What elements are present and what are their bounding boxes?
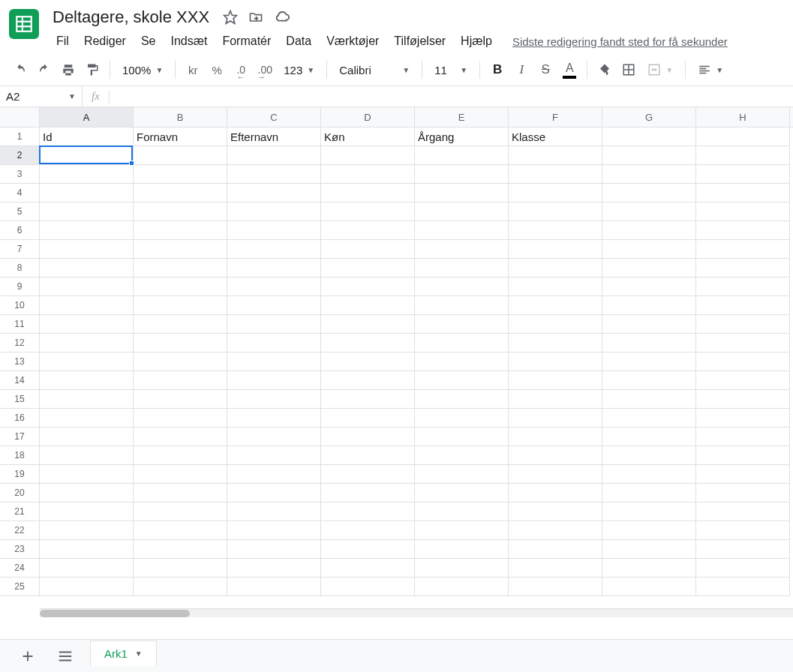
row-header[interactable]: 7 [0, 240, 40, 259]
cell[interactable] [602, 484, 696, 502]
cell[interactable] [509, 484, 602, 502]
cell[interactable] [134, 259, 227, 278]
cell[interactable] [227, 202, 321, 221]
all-sheets-button[interactable] [53, 644, 78, 669]
cell[interactable] [40, 465, 134, 484]
select-all-corner[interactable] [0, 107, 40, 128]
cell[interactable] [602, 296, 696, 315]
cell[interactable] [509, 409, 602, 428]
cell[interactable] [40, 184, 134, 202]
cell[interactable] [415, 296, 509, 315]
cell[interactable] [134, 502, 227, 521]
menu-addons[interactable]: Tilføjelser [387, 32, 452, 51]
cell[interactable] [134, 559, 227, 578]
cell[interactable] [321, 240, 415, 259]
row-header[interactable]: 22 [0, 521, 40, 540]
menu-data[interactable]: Data [279, 32, 318, 51]
cell[interactable] [696, 465, 790, 484]
cell[interactable] [509, 578, 602, 596]
cell[interactable] [602, 559, 696, 578]
cell[interactable] [40, 502, 134, 521]
cell[interactable] [509, 278, 602, 296]
cell[interactable] [227, 409, 321, 428]
menu-view[interactable]: Se [134, 32, 163, 51]
paint-format-button[interactable] [81, 58, 104, 81]
fill-color-button[interactable] [593, 58, 616, 81]
cell[interactable] [321, 371, 415, 390]
cell[interactable] [696, 446, 790, 465]
row-header[interactable]: 10 [0, 296, 40, 315]
merge-cells-button[interactable]: ▼ [641, 58, 679, 81]
cell[interactable] [509, 184, 602, 202]
cell[interactable] [696, 296, 790, 315]
cell[interactable] [40, 146, 134, 165]
cloud-status-icon[interactable] [274, 9, 290, 26]
cell[interactable] [602, 315, 696, 334]
cell[interactable] [40, 484, 134, 502]
cell[interactable] [40, 578, 134, 596]
cell[interactable] [415, 502, 509, 521]
print-button[interactable] [57, 58, 80, 81]
cell[interactable] [40, 371, 134, 390]
cell[interactable] [696, 484, 790, 502]
cell[interactable] [227, 559, 321, 578]
undo-button[interactable] [9, 58, 32, 81]
cell[interactable] [134, 371, 227, 390]
cell[interactable] [696, 559, 790, 578]
cell[interactable] [602, 278, 696, 296]
cell[interactable] [696, 352, 790, 371]
cell[interactable] [134, 428, 227, 446]
row-header[interactable]: 8 [0, 259, 40, 278]
cell[interactable] [40, 334, 134, 352]
cell[interactable] [227, 352, 321, 371]
cell[interactable] [134, 540, 227, 559]
cell[interactable] [227, 221, 321, 240]
text-color-button[interactable]: A [558, 58, 581, 81]
cell[interactable] [227, 296, 321, 315]
row-header[interactable]: 6 [0, 221, 40, 240]
cell[interactable] [227, 165, 321, 184]
cell[interactable] [415, 446, 509, 465]
cell[interactable] [509, 390, 602, 409]
cell[interactable] [321, 409, 415, 428]
cell[interactable] [134, 409, 227, 428]
cell[interactable] [321, 390, 415, 409]
cell[interactable] [321, 146, 415, 165]
cell[interactable]: Fornavn [134, 128, 227, 146]
cell[interactable] [602, 390, 696, 409]
menu-file[interactable]: Fil [50, 32, 76, 51]
cell[interactable] [602, 221, 696, 240]
name-box[interactable]: A2▼ [0, 86, 83, 106]
zoom-select[interactable]: 100%▼ [116, 58, 169, 81]
sheets-logo[interactable] [9, 9, 39, 39]
cell[interactable] [134, 334, 227, 352]
cell[interactable] [227, 540, 321, 559]
add-sheet-button[interactable] [15, 644, 41, 669]
align-button[interactable]: ▼ [692, 58, 729, 81]
cell[interactable] [321, 578, 415, 596]
menu-tools[interactable]: Værktøjer [320, 32, 386, 51]
cell[interactable] [602, 128, 696, 146]
increase-decimal-button[interactable]: .00→ [254, 58, 276, 81]
cell[interactable] [696, 146, 790, 165]
cell[interactable] [40, 428, 134, 446]
cell[interactable] [134, 390, 227, 409]
cell[interactable] [415, 278, 509, 296]
row-header[interactable]: 14 [0, 371, 40, 390]
cell[interactable] [321, 278, 415, 296]
cell[interactable] [40, 240, 134, 259]
row-header[interactable]: 11 [0, 315, 40, 334]
cell[interactable] [134, 146, 227, 165]
row-header[interactable]: 25 [0, 578, 40, 596]
cell[interactable] [321, 221, 415, 240]
row-header[interactable]: 13 [0, 352, 40, 371]
currency-button[interactable]: kr [182, 58, 204, 81]
cell[interactable] [509, 259, 602, 278]
row-header[interactable]: 21 [0, 502, 40, 521]
cell[interactable] [696, 240, 790, 259]
formula-input[interactable] [110, 86, 793, 106]
cell[interactable] [227, 240, 321, 259]
cell[interactable] [227, 465, 321, 484]
cell[interactable] [415, 390, 509, 409]
cell[interactable] [696, 540, 790, 559]
